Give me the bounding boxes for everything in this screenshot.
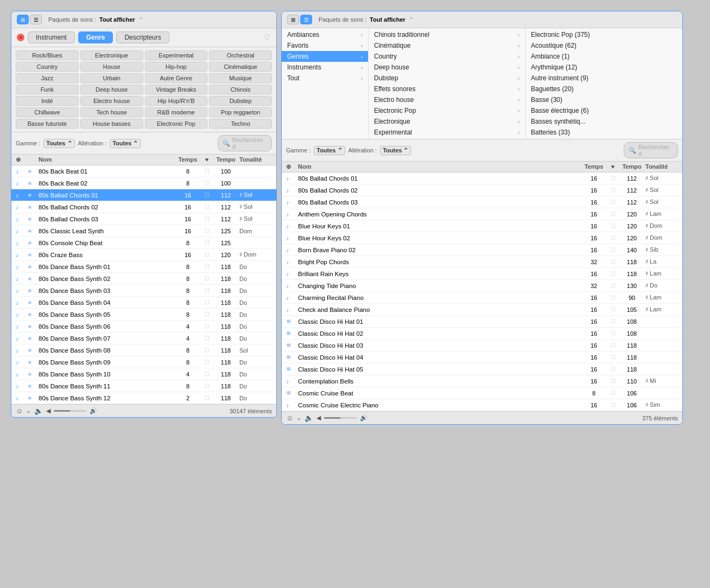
right-scale-select[interactable]: Toutes ⌃ <box>314 146 345 155</box>
left-table-row[interactable]: ♪ ≋ 80s Dance Bass Synth 01 8 ☐ 118 Do <box>11 261 276 273</box>
right-table-row[interactable]: ≋ Cosmic Cruise Beat 8 ☐ 106 <box>282 387 682 399</box>
row-heart-icon[interactable]: ☐ <box>201 168 212 174</box>
right-table-row[interactable]: ♪ Cosmic Cruise Electric Piano 16 ☐ 106 … <box>282 399 682 411</box>
left-close-button[interactable]: ✕ <box>17 34 24 41</box>
left-search-box[interactable]: 🔍 Rechercher d <box>218 135 272 151</box>
genre-tag-23[interactable]: Pop reggaeton <box>209 107 272 117</box>
genre-tag-22[interactable]: R&B moderne <box>145 107 208 117</box>
right-col-tempo[interactable]: Tempo <box>618 163 645 170</box>
left-speaker-icon[interactable]: 🔈 <box>34 407 43 415</box>
right-table-row[interactable]: ♪ 80s Ballad Chords 03 16 ☐ 112 ♯ Sol <box>282 196 682 208</box>
row-heart-icon[interactable]: ☐ <box>201 240 212 246</box>
left-table-row[interactable]: ♪ ≋ 80s Back Beat 01 8 ☐ 100 <box>11 165 276 177</box>
right-menu-item[interactable]: Country› <box>369 51 525 62</box>
genre-tag-18[interactable]: Hip Hop/R'n'B <box>145 96 208 106</box>
row-heart-icon[interactable]: ☐ <box>201 395 212 401</box>
left-view-btn-list[interactable]: ☰ <box>30 15 42 24</box>
right-table-row[interactable]: ≋ Classic Disco Hi Hat 01 16 ☐ 108 <box>282 316 682 328</box>
genre-tag-11[interactable]: Musique <box>209 73 272 83</box>
left-volume-up-icon[interactable]: 🔊 <box>90 407 97 414</box>
right-volume-slider[interactable] <box>324 417 357 419</box>
right-menu-item[interactable]: Electronique› <box>369 116 525 127</box>
right-menu-item[interactable]: Ambiances› <box>282 29 368 40</box>
row-heart-icon[interactable]: ☐ <box>201 180 212 186</box>
right-table-row[interactable]: ♪ Changing Tide Piano 32 ☐ 130 ♯ Do <box>282 280 682 292</box>
row-heart-icon[interactable]: ☐ <box>201 276 212 282</box>
genre-tag-5[interactable]: House <box>80 62 143 72</box>
genre-tag-25[interactable]: House basses <box>80 119 143 129</box>
right-table-body[interactable]: ♪ 80s Ballad Chords 01 16 ☐ 112 ♯ Sol ♪ … <box>282 172 682 411</box>
left-table-row[interactable]: ♪ ≋ 80s Ballad Chords 01 16 ☐ 112 ♯ Sol <box>11 189 276 201</box>
left-table-row[interactable]: ♪ ≋ 80s Ballad Chords 02 16 ☐ 112 ♯ Sol <box>11 201 276 213</box>
left-alt-select[interactable]: Toutes ⌃ <box>110 139 141 148</box>
genre-tag-12[interactable]: Funk <box>16 85 79 94</box>
right-menu-item[interactable]: Favoris› <box>282 40 368 51</box>
left-scale-select[interactable]: Toutes ⌃ <box>43 139 74 148</box>
row-heart-icon[interactable]: ☐ <box>201 204 212 210</box>
row-heart-icon[interactable]: ☐ <box>607 259 618 265</box>
right-table-row[interactable]: ♪ Bright Pop Chords 32 ☐ 118 ♯ La <box>282 256 682 268</box>
right-menu-subitem[interactable]: Basse (30) <box>525 94 682 105</box>
row-heart-icon[interactable]: ☐ <box>607 283 618 289</box>
left-table-row[interactable]: ♪ ≋ 80s Dance Bass Synth 11 8 ☐ 118 Do <box>11 380 276 392</box>
row-heart-icon[interactable]: ☐ <box>201 264 212 270</box>
left-table-row[interactable]: ♪ ≋ 80s Dance Bass Synth 04 8 ☐ 118 Do <box>11 297 276 309</box>
right-view-btn-grid[interactable]: ⊞ <box>287 15 299 24</box>
right-menu-subitem[interactable]: Basses synthétiq... <box>525 116 682 127</box>
right-menu-item[interactable]: Chinois traditionnel› <box>369 29 525 40</box>
right-alt-select[interactable]: Toutes ⌃ <box>380 146 411 155</box>
left-table-row[interactable]: ♪ ≋ 80s Ballad Chords 03 16 ☐ 112 ♯ Sol <box>11 213 276 225</box>
left-table-row[interactable]: ♪ ≋ 80s Dance Bass Synth 02 8 ☐ 118 Do <box>11 273 276 285</box>
right-menu-item[interactable]: Instruments› <box>282 62 368 73</box>
genre-tag-3[interactable]: Orchestral <box>209 50 272 60</box>
right-menu-item[interactable]: Cinématique› <box>369 40 525 51</box>
genre-tag-7[interactable]: Cinématique <box>209 62 272 72</box>
row-heart-icon[interactable]: ☐ <box>607 211 618 217</box>
left-col-key[interactable]: Tonalité <box>239 156 272 163</box>
row-heart-icon[interactable]: ☐ <box>201 299 212 305</box>
right-menu-item[interactable]: Tout› <box>282 73 368 84</box>
right-search-box[interactable]: 🔍 Rechercher d <box>624 142 678 158</box>
left-dropdown-arrow[interactable]: ⌃ <box>138 16 143 23</box>
right-menu-subitem[interactable]: Ambiance (1) <box>525 51 682 62</box>
left-table-row[interactable]: ♪ ≋ 80s Dance Bass Synth 07 4 ☐ 118 Do <box>11 333 276 344</box>
row-heart-icon[interactable]: ☐ <box>201 371 212 377</box>
row-heart-icon[interactable]: ☐ <box>201 216 212 222</box>
row-heart-icon[interactable]: ☐ <box>201 311 212 317</box>
row-heart-icon[interactable]: ☐ <box>607 187 618 193</box>
genre-tag-2[interactable]: Experimental <box>145 50 208 60</box>
right-table-row[interactable]: ♪ 80s Ballad Chords 01 16 ☐ 112 ♯ Sol <box>282 172 682 184</box>
left-table-row[interactable]: ♪ ≋ 80s Dance Bass Synth 12 2 ☐ 118 Do <box>11 392 276 404</box>
right-menu-item[interactable]: Genres› <box>282 51 368 62</box>
row-heart-icon[interactable]: ☐ <box>201 359 212 365</box>
genre-tag-27[interactable]: Techno <box>209 119 272 129</box>
right-menu-subitem[interactable]: Batteries (33) <box>525 127 682 138</box>
row-heart-icon[interactable]: ☐ <box>607 271 618 277</box>
right-volume-up-icon[interactable]: 🔊 <box>360 414 367 421</box>
right-menu-item[interactable]: Deep house› <box>369 62 525 73</box>
right-col-key[interactable]: Tonalité <box>645 163 678 170</box>
right-menu-subitem[interactable]: Basse électrique (6) <box>525 105 682 116</box>
genre-tag-26[interactable]: Electronic Pop <box>145 119 208 129</box>
row-heart-icon[interactable]: ☐ <box>201 192 212 198</box>
right-table-row[interactable]: ♪ 80s Ballad Chords 02 16 ☐ 112 ♯ Sol <box>282 184 682 196</box>
genre-tag-9[interactable]: Urbain <box>80 73 143 83</box>
right-table-row[interactable]: ≋ Classic Disco Hi Hat 03 16 ☐ 118 <box>282 340 682 351</box>
row-heart-icon[interactable]: ☐ <box>201 252 212 258</box>
right-menu-subitem[interactable]: Arythmique (12) <box>525 62 682 73</box>
row-heart-icon[interactable]: ☐ <box>607 378 618 384</box>
left-header-dropdown[interactable]: Tout afficher <box>99 16 135 23</box>
right-table-row[interactable]: ♪ Charming Recital Piano 16 ☐ 90 ♯ Lam <box>282 292 682 304</box>
right-table-row[interactable]: ♪ Blue Hour Keys 01 16 ☐ 120 ♯ Dom <box>282 220 682 232</box>
left-heart-button[interactable]: ♡ <box>264 33 271 42</box>
left-play-icon[interactable]: ◀ <box>46 407 50 414</box>
row-heart-icon[interactable]: ☐ <box>607 330 618 336</box>
row-heart-icon[interactable]: ☐ <box>607 235 618 241</box>
right-menu-subitem[interactable]: Electronic Pop (375) <box>525 29 682 40</box>
genre-tag-10[interactable]: Autre Genre <box>145 73 208 83</box>
left-table-row[interactable]: ♪ ≋ 80s Back Beat 02 8 ☐ 100 <box>11 177 276 189</box>
genre-tag-6[interactable]: Hip-hop <box>145 62 208 72</box>
row-heart-icon[interactable]: ☐ <box>201 335 212 341</box>
left-volume-slider[interactable] <box>54 410 86 412</box>
right-menu-item[interactable]: Dubstep› <box>369 73 525 84</box>
